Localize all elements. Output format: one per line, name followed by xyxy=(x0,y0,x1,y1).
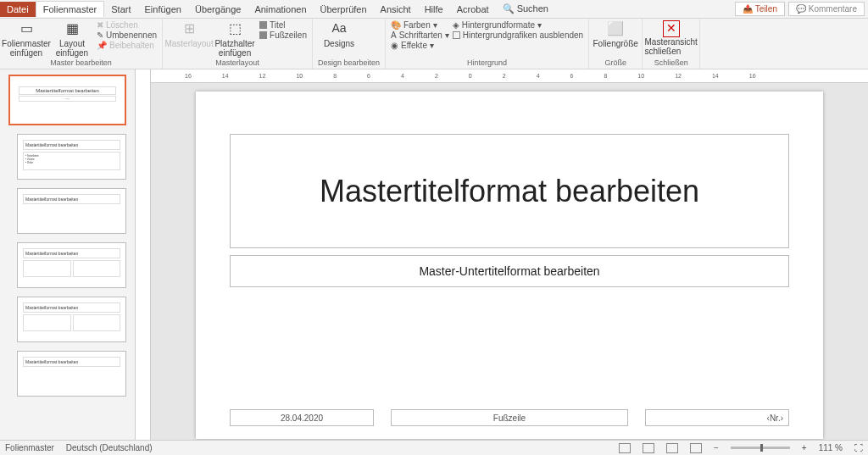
title-checkbox[interactable]: Titel xyxy=(259,20,307,30)
slide-size-button[interactable]: ⬜Foliengröße xyxy=(594,20,637,48)
hide-bg-checkbox[interactable]: Hintergrundgrafiken ausblenden xyxy=(453,31,583,40)
ruler-vertical xyxy=(136,69,151,440)
insert-layout-button[interactable]: ▦Layout einfügen xyxy=(51,20,93,58)
search-box[interactable]: 🔍 Suchen xyxy=(496,1,555,17)
zoom-level[interactable]: 111 % xyxy=(819,443,843,452)
view-normal-icon[interactable] xyxy=(619,443,631,453)
group-label: Hintergrund xyxy=(391,58,583,67)
tab-slidemaster[interactable]: Folienmaster xyxy=(36,1,105,17)
group-label: Masterlayout xyxy=(168,58,307,67)
placeholder-slidenumber[interactable]: ‹Nr.› xyxy=(645,409,789,426)
tab-view[interactable]: Ansicht xyxy=(374,2,418,17)
placeholder-date[interactable]: 28.04.2020 xyxy=(230,409,374,426)
bg-formats-button[interactable]: ◈ Hintergrundformate ▾ xyxy=(453,20,583,30)
zoom-out[interactable]: − xyxy=(714,443,719,452)
colors-button[interactable]: 🎨 Farben ▾ xyxy=(391,20,449,30)
ruler-horizontal: 1614121086420246810121416 xyxy=(151,69,868,83)
placeholder-title[interactable]: Mastertitelformat bearbeiten xyxy=(230,134,789,248)
thumb-layout[interactable]: Mastertitelformat bearbeiten xyxy=(17,297,126,342)
tab-acrobat[interactable]: Acrobat xyxy=(450,2,496,17)
placeholder-icon: ⬚ xyxy=(226,20,243,37)
masterlayout-button[interactable]: ⊞Masterlayout xyxy=(168,20,210,48)
view-slideshow-icon[interactable] xyxy=(690,443,702,453)
fonts-button[interactable]: A Schriftarten ▾ xyxy=(391,31,449,40)
thumbnail-panel: Mastertitelformat bearbeiten ····· Maste… xyxy=(0,69,136,440)
menubar: Datei Folienmaster Start Einfügen Übergä… xyxy=(0,0,868,19)
thumb-layout[interactable]: Mastertitelformat bearbeiten xyxy=(17,351,126,397)
ribbon: ▭Folienmaster einfügen ▦Layout einfügen … xyxy=(0,19,868,69)
slidemaster-icon: ▭ xyxy=(18,20,35,37)
thumb-layout[interactable]: Mastertitelformat bearbeiten • Textebene… xyxy=(17,134,126,180)
thumb-layout[interactable]: Mastertitelformat bearbeiten xyxy=(17,188,126,234)
insert-placeholder-button[interactable]: ⬚Platzhalter einfügen xyxy=(214,20,256,58)
group-label: Master bearbeiten xyxy=(5,58,157,67)
insert-slidemaster-button[interactable]: ▭Folienmaster einfügen xyxy=(5,20,47,58)
status-mode: Folienmaster xyxy=(5,443,54,452)
zoom-in[interactable]: + xyxy=(802,443,807,452)
fit-window-icon[interactable]: ⛶ xyxy=(854,443,863,452)
tab-insert[interactable]: Einfügen xyxy=(138,2,188,17)
tab-help[interactable]: Hilfe xyxy=(418,2,450,17)
tab-animations[interactable]: Animationen xyxy=(248,2,313,17)
tab-transitions[interactable]: Übergänge xyxy=(188,2,248,17)
slide-master: Mastertitelformat bearbeiten Master-Unte… xyxy=(196,92,823,439)
preserve-button: 📌 Beibehalten xyxy=(97,41,157,50)
group-label: Design bearbeiten xyxy=(318,58,380,67)
rename-button[interactable]: ✎ Umbenennen xyxy=(97,31,157,40)
share-button[interactable]: 📤 Teilen xyxy=(735,2,785,16)
canvas-area[interactable]: Mastertitelformat bearbeiten Master-Unte… xyxy=(151,83,868,440)
status-language[interactable]: Deutsch (Deutschland) xyxy=(66,443,153,452)
tab-file[interactable]: Datei xyxy=(0,2,36,17)
close-masterview-button[interactable]: ✕Masteransicht schließen xyxy=(648,20,694,56)
group-label: Größe xyxy=(594,58,637,67)
view-sorter-icon[interactable] xyxy=(643,443,654,453)
layout-icon: ▦ xyxy=(64,20,81,37)
close-icon: ✕ xyxy=(663,20,680,37)
comments-button[interactable]: 💬 Kommentare xyxy=(788,2,865,16)
designs-icon: Aa xyxy=(331,20,348,37)
statusbar: Folienmaster Deutsch (Deutschland) − + 1… xyxy=(0,440,868,455)
footers-checkbox[interactable]: Fußzeilen xyxy=(259,31,307,40)
designs-button[interactable]: AaDesigns xyxy=(318,20,360,48)
delete-button: ✖ Löschen xyxy=(97,20,157,30)
tab-start[interactable]: Start xyxy=(104,2,137,17)
placeholder-footer[interactable]: Fußzeile xyxy=(391,409,628,426)
view-reading-icon[interactable] xyxy=(666,443,678,453)
placeholder-subtitle[interactable]: Master-Untertitelformat bearbeiten xyxy=(230,255,789,287)
size-icon: ⬜ xyxy=(607,20,624,37)
thumb-master[interactable]: Mastertitelformat bearbeiten ····· xyxy=(8,75,126,125)
zoom-slider[interactable] xyxy=(731,447,790,449)
masterlayout-icon: ⊞ xyxy=(181,20,198,37)
thumb-layout[interactable]: Mastertitelformat bearbeiten xyxy=(17,242,126,288)
effects-button[interactable]: ◉ Effekte ▾ xyxy=(391,41,449,50)
group-label: Schließen xyxy=(648,58,694,67)
tab-review[interactable]: Überprüfen xyxy=(314,2,374,17)
